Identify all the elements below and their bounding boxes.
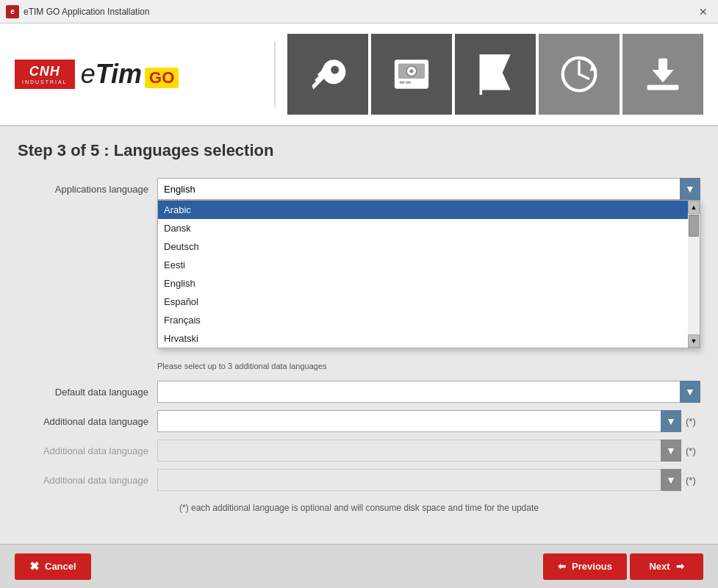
scroll-thumb[interactable] [689,215,699,237]
dropdown-item-hrvatski[interactable]: Hrvatski [158,329,688,348]
svg-point-0 [331,65,339,74]
etim-text: eTim [81,59,142,90]
optional-star-2: (*) [686,445,700,456]
prev-arrow-icon: ⬅ [558,561,566,572]
app-icon: e [6,5,19,18]
dropdown-item-arabic[interactable]: Arabic [158,201,688,219]
dropdown-item-eesti[interactable]: Eesti [158,256,688,274]
scroll-up-button[interactable]: ▲ [688,201,700,214]
flag-icon [475,51,516,98]
svg-point-4 [409,69,413,73]
app-language-row: Applications language English ▼ Arabic D… [18,178,700,200]
scroll-down-button[interactable]: ▼ [688,334,700,348]
etim-logo: eTim GO [81,59,179,90]
default-data-select-wrapper[interactable]: ▼ [157,381,700,403]
dropdown-item-deutsch[interactable]: Deutsch [158,237,688,256]
additional-lang3-label: Additional data language [18,475,157,486]
cnh-industrial-text: INDUSTRIAL [22,79,68,85]
app-language-select[interactable]: English [157,178,700,200]
optional-star-3: (*) [686,475,700,486]
next-button[interactable]: Next ➡ [630,553,703,580]
step-title: Step 3 of 5 : Languages selection [18,141,700,160]
app-language-label: Applications language [18,184,157,195]
go-badge: GO [145,68,179,88]
language-dropdown[interactable]: Arabic Dansk Deutsch Eesti English Españ… [157,200,700,348]
step-icon-disk [371,34,452,115]
step-icons [287,34,703,115]
cnh-text: CNH [29,64,60,79]
header-separator [274,41,276,107]
logo-area: CNH INDUSTRIAL eTim GO [15,59,262,90]
window-title: eTIM GO Application Installation [24,7,694,17]
additional-lang1-row: Additional data language ▼ (*) [18,410,700,432]
nav-buttons: ⬅ Previous Next ➡ [543,553,703,580]
additional-lang2-label: Additional data language [18,445,157,456]
svg-rect-11 [647,85,679,90]
svg-rect-5 [400,81,405,83]
app-language-value: English [164,184,195,195]
svg-marker-7 [481,54,510,90]
main-window: e eTIM GO Application Installation ✕ CNH… [0,0,718,588]
app-language-select-wrapper[interactable]: English ▼ Arabic Dansk Deutsch Eesti Eng… [157,178,700,200]
default-data-select[interactable] [157,381,700,403]
dropdown-list: Arabic Dansk Deutsch Eesti English Españ… [158,201,700,348]
dropdown-item-francais[interactable]: Français [158,311,688,329]
cancel-label: Cancel [45,561,76,572]
titlebar: e eTIM GO Application Installation ✕ [0,0,718,24]
previous-label: Previous [572,561,612,572]
additional-lang3-select-wrapper: ▼ [157,469,681,491]
cnh-logo: CNH INDUSTRIAL eTim GO [15,59,179,90]
next-label: Next [649,561,669,572]
additional-lang1-select-wrapper[interactable]: ▼ [157,410,681,432]
footer: ✖ Cancel ⬅ Previous Next ➡ [0,544,718,588]
cancel-icon: ✖ [29,559,39,573]
next-arrow-icon: ➡ [676,561,684,572]
cnh-box: CNH INDUSTRIAL [15,60,75,89]
additional-lang3-row: Additional data language ▼ (*) [18,469,700,491]
disk-icon [389,52,434,96]
main-content: Step 3 of 5 : Languages selection Applic… [0,126,718,544]
download-icon [641,52,685,96]
default-data-row: Default data language ▼ [18,381,700,403]
additional-lang1-label: Additional data language [18,416,157,427]
key-icon [308,54,348,95]
additional-lang3-select [157,469,681,491]
form-area: Applications language English ▼ Arabic D… [18,178,700,513]
dropdown-item-espanol[interactable]: Español [158,293,688,311]
dropdown-scrollbar[interactable]: ▲ ▼ [688,201,700,348]
additional-lang1-select[interactable] [157,410,681,432]
footnote: (*) each additional language is optional… [18,503,700,513]
step-icon-download [622,34,703,115]
info-text: Please select up to 3 additional data la… [157,362,700,370]
dropdown-item-dansk[interactable]: Dansk [158,219,688,237]
svg-rect-13 [658,59,667,73]
additional-lang2-select-wrapper: ▼ [157,440,681,462]
default-data-label: Default data language [18,387,157,398]
additional-lang2-select [157,440,681,462]
header: CNH INDUSTRIAL eTim GO [0,24,718,126]
svg-rect-6 [406,81,411,83]
cancel-button[interactable]: ✖ Cancel [15,553,91,580]
additional-lang2-row: Additional data language ▼ (*) [18,440,700,462]
optional-star-1: (*) [686,416,700,427]
step-icon-key [287,34,368,115]
dropdown-item-english[interactable]: English [158,274,688,293]
previous-button[interactable]: ⬅ Previous [543,553,627,580]
step-icon-clock [539,34,620,115]
step-icon-flag [455,34,536,115]
close-button[interactable]: ✕ [694,3,712,21]
clock-icon [557,52,601,96]
scroll-track [688,214,700,334]
